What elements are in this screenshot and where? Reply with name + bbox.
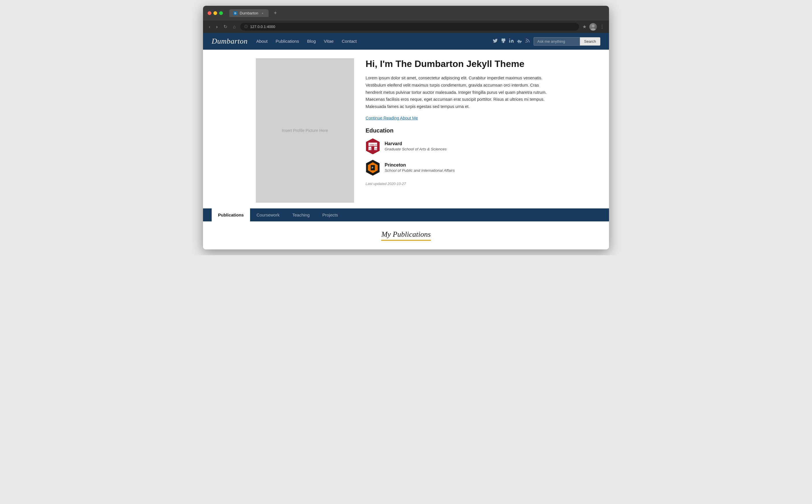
tab-close-button[interactable]: × [260,11,264,15]
education-item-harvard: VE RI TA S AS Harvard Graduate School of… [365,138,556,155]
about-body: Lorem ipsum dolor sit amet, consectetur … [365,74,556,110]
svg-point-7 [526,42,527,42]
nav-vitae[interactable]: Vitae [324,39,334,44]
publications-title: My Publications [381,230,431,241]
menu-icon[interactable]: ⋮ [600,24,604,29]
twitter-icon[interactable] [493,38,498,45]
website-content: Dumbarton About Publications Blog Vitae … [203,33,609,249]
search-button[interactable]: Search [580,37,600,46]
nav-publications[interactable]: Publications [276,39,299,44]
about-section: Hi, I'm The Dumbarton Jekyll Theme Lorem… [365,58,556,203]
princeton-logo: P [365,159,380,176]
search-input[interactable] [534,37,580,46]
rss-icon[interactable] [525,38,530,45]
svg-marker-8 [366,139,379,154]
url-display: 127.0.0.1:4000 [250,25,275,29]
svg-text:S: S [369,148,371,150]
tab-coursework[interactable]: Coursework [250,208,286,221]
about-title: Hi, I'm The Dumbarton Jekyll Theme [365,58,556,69]
nav-left: Dumbarton About Publications Blog Vitae … [212,37,356,46]
harvard-logo: VE RI TA S AS [365,138,380,155]
forward-button[interactable]: › [215,24,219,30]
svg-text:P: P [371,166,373,169]
princeton-info: Princeton School of Public and Internati… [384,163,455,173]
stackoverflow-icon[interactable] [517,38,522,45]
svg-rect-6 [518,42,521,43]
maximize-window-button[interactable] [219,11,223,15]
profile-placeholder-text: Insert Profile Picture Here [282,128,328,133]
publications-section: My Publications [203,221,609,249]
bookmark-icon[interactable]: ★ [583,24,587,29]
svg-text:AS: AS [375,148,378,150]
refresh-button[interactable]: ↻ [222,23,228,30]
browser-tab[interactable]: D Dumbarton × [229,9,268,17]
harvard-department: Graduate School of Arts & Sciences [384,147,447,151]
princeton-name: Princeton [384,163,455,168]
social-icons [493,38,530,45]
main-content: Insert Profile Picture Here Hi, I'm The … [247,50,565,208]
linkedin-icon[interactable] [509,38,514,45]
svg-text:RI: RI [372,144,374,146]
browser-window: D Dumbarton × + ‹ › ↻ ⌂ ⓘ 127.0.0.1:4000… [203,6,609,249]
browser-toolbar: ‹ › ↻ ⌂ ⓘ 127.0.0.1:4000 ★ ⋮ [203,20,609,33]
tab-favicon: D [233,11,237,15]
profile-image-placeholder: Insert Profile Picture Here [256,58,354,203]
browser-titlebar: D Dumbarton × + [203,6,609,20]
nav-right: Search [493,37,600,46]
svg-point-1 [591,28,596,31]
tab-projects[interactable]: Projects [316,208,344,221]
princeton-department: School of Public and International Affai… [384,168,455,173]
secure-icon: ⓘ [244,24,248,29]
tab-publications[interactable]: Publications [212,208,250,221]
education-item-princeton: P Princeton School of Public and Interna… [365,159,556,176]
back-button[interactable]: ‹ [208,24,211,30]
home-button[interactable]: ⌂ [232,24,237,30]
tab-title: Dumbarton [240,11,258,15]
education-title: Education [365,127,556,134]
search-box: Search [534,37,600,46]
tabs-section: Publications Coursework Teaching Project… [203,208,609,221]
harvard-name: Harvard [384,141,447,146]
minimize-window-button[interactable] [213,11,217,15]
address-bar[interactable]: ⓘ 127.0.0.1:4000 [240,23,579,31]
avatar-image [589,23,597,31]
continue-reading-link[interactable]: Continue Reading About Me [365,116,418,120]
nav-about[interactable]: About [256,39,267,44]
toolbar-right: ★ ⋮ [583,23,604,31]
tabs-bar: Publications Coursework Teaching Project… [212,208,600,221]
new-tab-button[interactable]: + [274,10,277,16]
svg-text:TA: TA [375,144,378,146]
github-icon[interactable] [501,38,506,45]
last-updated: Last updated 2020-10-27 [365,182,556,186]
harvard-info: Harvard Graduate School of Arts & Scienc… [384,141,447,151]
nav-links: About Publications Blog Vitae Contact [256,39,356,44]
nav-contact[interactable]: Contact [341,39,356,44]
site-brand[interactable]: Dumbarton [212,37,247,46]
svg-point-0 [592,25,595,27]
profile-avatar[interactable] [589,23,597,31]
nav-blog[interactable]: Blog [307,39,316,44]
close-window-button[interactable] [208,11,211,15]
svg-point-2 [509,38,510,39]
tab-teaching[interactable]: Teaching [286,208,316,221]
traffic-lights [208,11,223,15]
site-navigation: Dumbarton About Publications Blog Vitae … [203,33,609,50]
